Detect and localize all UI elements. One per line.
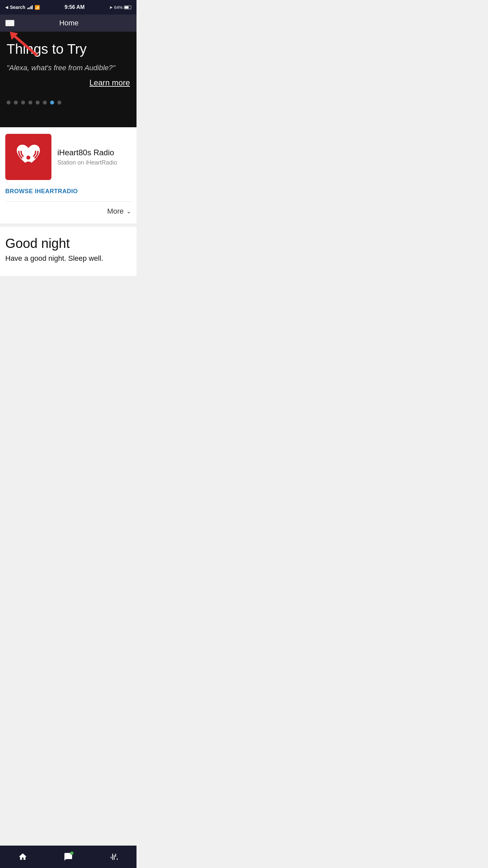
dot-4[interactable] <box>28 100 32 104</box>
dot-6[interactable] <box>43 100 47 104</box>
signal-strength <box>27 5 33 9</box>
dot-7-active[interactable] <box>50 100 54 104</box>
bottom-tab-bar <box>0 845 136 868</box>
dot-2[interactable] <box>14 100 18 104</box>
iheart-logo <box>5 134 52 180</box>
battery-percent: 64% <box>114 5 123 10</box>
station-sub: Station on iHeartRadio <box>57 159 117 166</box>
carrier-info: ◀ Search 📶 <box>5 5 40 10</box>
hamburger-button[interactable] <box>5 20 14 26</box>
equalizer-icon <box>109 851 119 862</box>
top-nav: Home <box>0 14 136 32</box>
browse-iheartradio-link[interactable]: BROWSE IHEARTRADIO <box>5 188 131 195</box>
tab-chat[interactable] <box>45 851 91 862</box>
iheart-info: iHeart80s Radio Station on iHeartRadio <box>57 148 117 166</box>
hero-subtitle: "Alexa, what's free from Audible?" <box>7 63 130 73</box>
status-bar: ◀ Search 📶 9:56 AM ➤ 64% <box>0 0 136 14</box>
chevron-down-icon: ⌄ <box>126 208 131 215</box>
station-name: iHeart80s Radio <box>57 148 117 157</box>
svg-point-3 <box>26 156 30 160</box>
location-icon: ➤ <box>109 5 113 10</box>
dot-5[interactable] <box>36 100 39 104</box>
battery-indicator <box>124 6 131 9</box>
iheart-section: iHeart80s Radio Station on iHeartRadio B… <box>0 127 136 223</box>
wifi-icon: 📶 <box>35 5 40 10</box>
more-button[interactable]: More ⌄ <box>107 207 131 216</box>
dot-3[interactable] <box>21 100 25 104</box>
nav-title: Home <box>59 19 79 27</box>
tab-home[interactable] <box>0 851 45 862</box>
hamburger-line-2 <box>6 23 14 23</box>
svg-marker-2 <box>10 32 18 40</box>
chat-notification-dot <box>70 851 73 855</box>
learn-more-link[interactable]: Learn more <box>7 78 130 87</box>
more-row: More ⌄ <box>5 207 131 217</box>
tab-equalizer[interactable] <box>91 851 136 862</box>
divider <box>5 202 131 202</box>
hero-title: Things to Try <box>7 41 130 57</box>
hamburger-line-3 <box>6 25 14 26</box>
chat-icon <box>63 851 73 862</box>
good-night-section: Good night Have a good night. Sleep well… <box>0 227 136 276</box>
carousel-dots <box>7 97 130 104</box>
dot-1[interactable] <box>7 100 10 104</box>
battery-area: ➤ 64% <box>109 5 131 10</box>
good-night-text: Have a good night. Sleep well. <box>5 254 131 263</box>
carrier-label: Search <box>10 5 25 10</box>
hero-banner: Things to Try "Alexa, what's free from A… <box>0 32 136 127</box>
more-label: More <box>107 207 124 216</box>
home-icon <box>18 851 28 862</box>
dot-8[interactable] <box>57 100 61 104</box>
back-icon: ◀ <box>5 5 8 9</box>
clock: 9:56 AM <box>65 4 85 10</box>
hamburger-line-1 <box>6 21 14 21</box>
good-night-title: Good night <box>5 236 131 251</box>
iheart-card[interactable]: iHeart80s Radio Station on iHeartRadio <box>5 134 131 180</box>
